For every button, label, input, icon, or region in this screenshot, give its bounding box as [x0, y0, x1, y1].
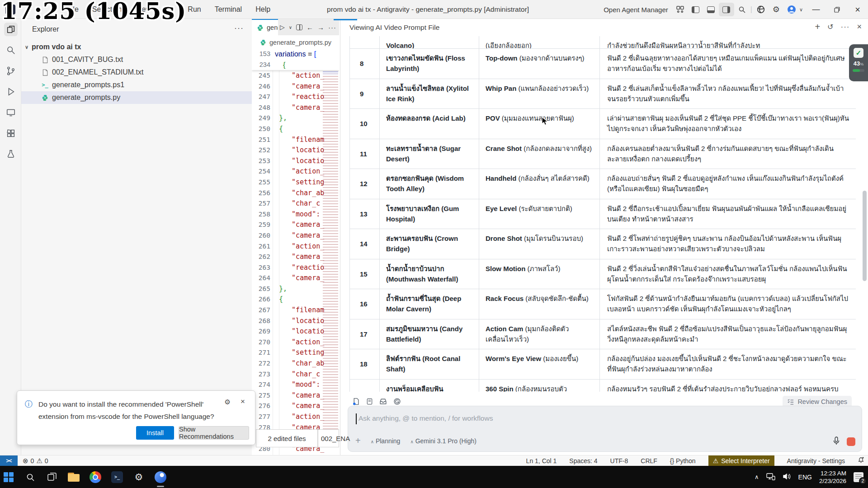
eol-sequence[interactable]: CRLF: [641, 457, 657, 465]
menu-run[interactable]: Run: [188, 5, 201, 14]
text-file-icon: [41, 56, 49, 64]
minimap[interactable]: [323, 49, 338, 446]
run-dropdown-icon[interactable]: ∨: [289, 25, 292, 30]
language-mode[interactable]: {} Python: [670, 457, 696, 465]
forward-icon[interactable]: →: [317, 23, 324, 31]
panel-scrollbar[interactable]: [863, 191, 867, 281]
console-window-icon[interactable]: >_: [110, 470, 124, 484]
folder-row[interactable]: ∨ prom vdo ai tx: [21, 41, 252, 53]
language-indicator[interactable]: ENG: [798, 474, 812, 481]
stop-button[interactable]: [847, 437, 855, 446]
search-icon[interactable]: [0, 40, 21, 61]
warnings-count[interactable]: 0: [45, 457, 48, 465]
edited-files-chip[interactable]: 2 edited files: [256, 429, 318, 447]
chevron-down-icon[interactable]: ∨: [799, 7, 803, 13]
install-button[interactable]: Install: [136, 426, 174, 440]
new-icon[interactable]: +: [815, 22, 820, 32]
tab-generate-prompts[interactable]: gener: [252, 19, 280, 35]
indentation[interactable]: Spaces: 4: [569, 457, 597, 465]
antigravity-logo-icon[interactable]: [753, 3, 769, 16]
search-icon[interactable]: [734, 3, 750, 16]
cursor-position[interactable]: Ln 1, Col 1: [526, 457, 557, 465]
line-number: 247: [252, 92, 270, 103]
line-number: 258: [252, 209, 270, 220]
start-icon[interactable]: [2, 470, 15, 484]
split-editor-icon[interactable]: [296, 24, 302, 30]
clock[interactable]: 12:23 AM 2/23/2026: [819, 469, 846, 485]
row-number: [350, 36, 380, 48]
run-debug-icon[interactable]: [0, 81, 21, 102]
file-chip[interactable]: 002_ENA: [318, 429, 339, 447]
remote-indicator[interactable]: ><: [0, 455, 18, 466]
hidden-icons-chevron[interactable]: ∧: [755, 474, 759, 480]
task-view-icon[interactable]: [45, 470, 59, 484]
file-item[interactable]: 001_CAVITY_BUG.txt: [21, 53, 252, 66]
remote-explorer-icon[interactable]: [0, 102, 21, 123]
close-button[interactable]: ×: [847, 0, 868, 19]
antigravity-icon[interactable]: [154, 470, 167, 484]
notification-popup: ⓘ Do you want to install the recommended…: [17, 390, 255, 445]
more-actions-icon[interactable]: ···: [841, 23, 850, 32]
layout-left-icon[interactable]: [688, 3, 703, 16]
chrome-icon[interactable]: [89, 470, 102, 484]
layout-bottom-icon[interactable]: [703, 3, 719, 16]
planning-selector[interactable]: ∧ Planning: [371, 437, 401, 445]
more-actions-icon[interactable]: ···: [328, 23, 336, 31]
search-icon[interactable]: [24, 470, 37, 484]
scene-name: ตรอกซอกฟันคุด (Wisdom Tooth Alley): [380, 169, 479, 199]
volume-icon[interactable]: [783, 473, 791, 482]
minimize-button[interactable]: —: [806, 0, 826, 19]
account-avatar[interactable]: [784, 3, 799, 16]
testing-icon[interactable]: [0, 144, 21, 164]
python-icon: [256, 24, 264, 32]
line-number: 234: [252, 60, 270, 70]
close-icon[interactable]: ×: [857, 22, 862, 32]
back-icon[interactable]: ←: [307, 23, 313, 31]
file-item[interactable]: >_generate_prompts.ps1: [21, 79, 252, 91]
file-explorer-icon[interactable]: [67, 470, 80, 484]
add-context-icon[interactable]: +: [355, 436, 361, 446]
gear-icon[interactable]: ⚙: [769, 3, 784, 16]
agent-manager-icon[interactable]: [673, 3, 688, 16]
show-recommendations-button[interactable]: Show Recommendations: [179, 426, 249, 440]
errors-count[interactable]: 0: [31, 457, 34, 465]
source-control-icon[interactable]: [0, 61, 21, 81]
run-python-icon[interactable]: ▷: [280, 23, 285, 31]
app-window: FileSelectionViewGoRunTerminalHelp prom …: [0, 0, 868, 488]
more-actions-icon[interactable]: ···: [234, 23, 244, 33]
select-interpreter-button[interactable]: ⚠Select Interpreter: [708, 455, 774, 466]
errors-icon[interactable]: ⊗: [23, 457, 28, 465]
table-row: 10ห้องทดลองกรด (Acid Lab)POV (มุมมองแทนส…: [350, 109, 856, 139]
file-item[interactable]: 002_ENAMEL_STADIUM.txt: [21, 66, 252, 79]
progress-value: 43: [854, 60, 860, 67]
extensions-icon[interactable]: [0, 123, 21, 144]
close-icon[interactable]: ×: [241, 397, 245, 406]
scene-name: สะพานครอบฟัน (Crown Bridge): [380, 229, 479, 259]
model-selector[interactable]: ∧ Gemini 3.1 Pro (High): [410, 437, 476, 445]
sticky-scroll: 153variations = [234{: [252, 49, 339, 70]
notification-center-icon[interactable]: 2: [854, 472, 863, 482]
code-line[interactable]: 153variations = [: [252, 49, 339, 60]
menu-help[interactable]: Help: [255, 5, 270, 14]
menu-terminal[interactable]: Terminal: [215, 5, 242, 14]
line-number: 268: [252, 316, 270, 327]
warnings-icon[interactable]: ⚠: [36, 457, 42, 465]
file-item[interactable]: generate_prompts.py: [21, 91, 252, 104]
progress-widget[interactable]: ✓ 43%: [849, 44, 868, 81]
settings-icon[interactable]: ⚙: [132, 470, 146, 484]
bell-icon[interactable]: [858, 456, 864, 465]
network-icon[interactable]: [766, 472, 775, 482]
settings-status[interactable]: Antigravity - Settings: [787, 457, 845, 465]
code-line[interactable]: 234{: [252, 60, 339, 70]
history-icon[interactable]: ↺: [827, 23, 833, 31]
encoding[interactable]: UTF-8: [610, 457, 628, 465]
line-number: 253: [252, 156, 270, 167]
table-row: 17สมรภูมิขนมหวาน (Candy Battlefield)Acti…: [350, 319, 856, 350]
chat-input-box[interactable]: Ask anything, @ to mention, / for workfl…: [348, 406, 862, 452]
layout-right-icon[interactable]: [719, 3, 734, 16]
gear-icon[interactable]: ⚙: [224, 398, 231, 406]
open-agent-manager-button[interactable]: Open Agent Manager: [604, 6, 668, 14]
microphone-icon[interactable]: [833, 436, 840, 447]
restore-button[interactable]: [826, 0, 847, 19]
breadcrumb[interactable]: generate_prompts.py: [259, 37, 331, 48]
